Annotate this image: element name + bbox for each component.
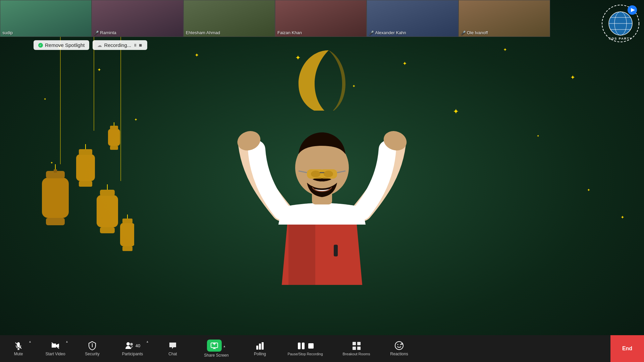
end-button[interactable]: End <box>610 335 644 362</box>
security-label: Security <box>85 352 99 356</box>
reactions-icon <box>394 341 404 350</box>
svg-point-52 <box>130 343 133 346</box>
mute-button[interactable]: ▲ Mute <box>0 335 37 362</box>
share-screen-label: Share Screen <box>204 353 228 358</box>
svg-rect-35 <box>334 245 338 256</box>
svg-rect-57 <box>259 344 261 350</box>
participant-thumb[interactable]: 🎤 Raminta <box>92 0 183 37</box>
share-screen-caret: ▲ <box>223 345 226 348</box>
mute-caret: ▲ <box>29 340 32 343</box>
polling-icon <box>255 341 265 350</box>
polling-label: Polling <box>254 352 266 356</box>
svg-rect-58 <box>262 342 264 350</box>
mute-label: Mute <box>14 352 23 356</box>
svg-rect-63 <box>357 342 361 345</box>
polling-button[interactable]: Polling <box>241 335 278 362</box>
svg-point-67 <box>397 344 398 345</box>
recording-button[interactable]: ☁ Recording... ⏸ ⏹ <box>93 40 147 50</box>
pause-recording-label: Pause/Stop Recording <box>287 352 323 356</box>
chat-button[interactable]: Chat <box>154 335 191 362</box>
start-video-button[interactable]: ▲ Start Video <box>37 335 74 362</box>
remove-spotlight-button[interactable]: ✓ Remove Spotlight <box>34 40 89 50</box>
spotlight-person <box>0 37 644 335</box>
video-caret: ▲ <box>65 340 68 343</box>
svg-point-68 <box>400 344 401 345</box>
mute-icon <box>14 341 23 350</box>
participant-count-badge: 40 <box>136 343 140 348</box>
end-label: End <box>622 346 632 352</box>
reactions-label: Reactions <box>390 352 408 356</box>
breakout-rooms-button[interactable]: Breakout Rooms <box>332 335 381 362</box>
top-controls: ✓ Remove Spotlight ☁ Recording... ⏸ ⏹ <box>34 40 147 50</box>
share-screen-button[interactable]: ▲ Share Screen <box>191 335 241 362</box>
recording-label: Recording... <box>104 42 131 48</box>
participant-thumb[interactable]: 🎤 Ole Ivanoff <box>459 0 550 37</box>
svg-rect-56 <box>256 346 258 350</box>
participants-label: Participants <box>122 352 143 356</box>
participant-strip: sudip 🎤 Raminta Ehtesham Ahmad Faizan Kh… <box>0 0 550 37</box>
chat-icon <box>168 341 177 350</box>
svg-point-34 <box>324 171 333 177</box>
participant-thumb[interactable]: Faizan Khan <box>275 0 367 37</box>
share-screen-icon <box>207 340 222 352</box>
breakout-rooms-icon <box>352 341 361 351</box>
svg-rect-60 <box>302 343 305 349</box>
svg-rect-62 <box>353 342 356 345</box>
svg-rect-59 <box>298 343 301 349</box>
security-icon <box>88 341 97 350</box>
participants-icon: 40 <box>125 341 140 350</box>
participant-name: Ehtesham Ahmad <box>186 30 220 35</box>
svg-point-50 <box>92 344 93 345</box>
participant-thumb[interactable]: Ehtesham Ahmad <box>183 0 275 37</box>
pause-recording-button[interactable]: Pause/Stop Recording <box>278 335 332 362</box>
security-button[interactable]: Security <box>74 335 111 362</box>
svg-rect-64 <box>353 347 356 350</box>
pause-recording-icon <box>297 341 314 351</box>
participants-caret: ▲ <box>146 340 149 343</box>
svg-point-33 <box>311 171 320 177</box>
participant-name: Faizan Khan <box>277 30 302 35</box>
mute-icon: 🎤 <box>94 31 99 35</box>
participant-name: 🎤 Ole Ivanoff <box>461 30 488 35</box>
sos-party-logo: SOS PARTY <box>600 3 641 44</box>
participant-thumb[interactable]: sudip <box>0 0 92 37</box>
remove-spotlight-label: Remove Spotlight <box>45 42 85 48</box>
participant-thumb[interactable]: 🎤 Alexander Kahn <box>367 0 458 37</box>
start-video-label: Start Video <box>45 352 65 356</box>
svg-point-66 <box>395 342 403 350</box>
mute-icon: 🎤 <box>369 31 374 35</box>
toolbar: ▲ Mute ▲ Start Video Security <box>0 335 644 362</box>
svg-point-51 <box>126 342 130 346</box>
breakout-rooms-label: Breakout Rooms <box>343 352 370 356</box>
participant-name: 🎤 Raminta <box>94 30 116 35</box>
svg-rect-61 <box>308 343 314 349</box>
pause-icon: ⏸ ⏹ <box>133 43 142 48</box>
spotlight-indicator: ✓ <box>38 43 43 48</box>
mute-icon: 🎤 <box>461 31 466 35</box>
participant-name: 🎤 Alexander Kahn <box>369 30 406 35</box>
reactions-button[interactable]: Reactions <box>381 335 418 362</box>
participants-button[interactable]: 40 ▲ Participants <box>111 335 154 362</box>
video-icon <box>51 341 60 350</box>
svg-text:SOS PARTY: SOS PARTY <box>609 37 632 40</box>
svg-rect-65 <box>357 347 361 350</box>
chat-label: Chat <box>168 352 177 356</box>
participant-name: sudip <box>2 30 13 35</box>
recording-icon: ☁ <box>97 43 102 48</box>
main-video-area: ✦ ✦ ✦ ✦ ✦ ✦ ✦ ✦ ✦ ✦ ✦ ✦ ✦ ✦ ✦ <box>0 0 644 362</box>
